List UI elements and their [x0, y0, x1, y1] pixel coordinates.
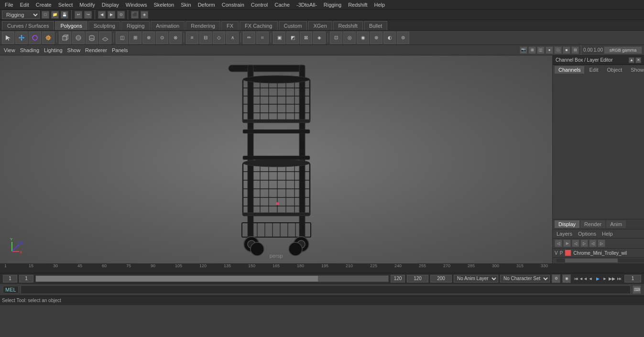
- smooth-icon[interactable]: ●: [546, 46, 553, 54]
- tab-polygons[interactable]: Polygons: [55, 21, 87, 30]
- tab-redshift[interactable]: Redshift: [333, 21, 363, 30]
- play-fwd-btn[interactable]: ▶: [108, 11, 115, 19]
- layer-down-btn[interactable]: ▷: [580, 239, 588, 247]
- snap5-btn[interactable]: ◐: [383, 32, 396, 44]
- layer-options-btn[interactable]: ◁: [589, 239, 597, 247]
- layer-color-swatch[interactable]: [565, 250, 571, 256]
- snap4-btn[interactable]: ⊛: [370, 32, 382, 44]
- layer-remove-btn[interactable]: ⊳: [563, 239, 571, 247]
- menu-constrain[interactable]: Constrain: [219, 1, 247, 9]
- grid-icon[interactable]: ⊞: [528, 46, 536, 54]
- renderer-menu[interactable]: Renderer: [83, 46, 109, 54]
- cylinder-btn[interactable]: [86, 32, 98, 44]
- cube-btn[interactable]: [59, 32, 71, 44]
- play-back-btn[interactable]: ◀: [98, 11, 106, 19]
- tab-fx[interactable]: FX: [221, 21, 239, 30]
- move-tool-btn[interactable]: [15, 32, 28, 44]
- display2-icon[interactable]: ■: [563, 46, 570, 54]
- menu-select[interactable]: Select: [55, 1, 76, 9]
- menu-create[interactable]: Create: [33, 1, 55, 9]
- menu-modify[interactable]: Modify: [76, 1, 98, 9]
- layer-scrollbar[interactable]: [557, 259, 644, 262]
- camera-icon[interactable]: 📷: [520, 46, 527, 54]
- undo-btn[interactable]: ↩: [75, 11, 82, 19]
- offset-btn[interactable]: ⊟: [199, 32, 212, 44]
- menu-help[interactable]: Help: [371, 1, 388, 9]
- anim-btn[interactable]: ⊙: [117, 11, 125, 19]
- go-end-btn[interactable]: ⏭: [616, 275, 622, 282]
- range-end-input[interactable]: [391, 275, 405, 283]
- timeline[interactable]: 1 15 30 45 60 75 90 105 120 135 150 165 …: [0, 263, 644, 273]
- layers-menu-item[interactable]: Layers: [555, 230, 574, 237]
- tab-curves-surfaces[interactable]: Curves / Surfaces: [2, 21, 54, 30]
- booleans-btn[interactable]: ⊕: [142, 32, 155, 44]
- script-editor-btn[interactable]: ⌨: [633, 285, 641, 294]
- help-menu-item[interactable]: Help: [600, 230, 615, 237]
- tab-channels[interactable]: Channels: [555, 66, 584, 74]
- deform4-btn[interactable]: ◈: [313, 32, 326, 44]
- deform3-btn[interactable]: ⊠: [300, 32, 312, 44]
- new-file-btn[interactable]: □: [42, 11, 49, 19]
- sphere-btn[interactable]: [72, 32, 85, 44]
- view-menu[interactable]: View: [2, 46, 17, 54]
- play-btn[interactable]: ▶: [594, 275, 601, 282]
- menu-display[interactable]: Display: [99, 1, 122, 9]
- panels-menu[interactable]: Panels: [110, 46, 130, 54]
- extrude-btn[interactable]: ◫: [116, 32, 128, 44]
- menu-file[interactable]: File: [2, 1, 16, 9]
- menu-skin[interactable]: Skin: [178, 1, 194, 9]
- display3-icon[interactable]: ⊟: [571, 46, 579, 54]
- rotate-tool-btn[interactable]: [29, 32, 41, 44]
- show-menu[interactable]: Show: [65, 46, 83, 54]
- anim-layer-select[interactable]: No Anim Layer: [454, 275, 498, 283]
- plane-btn[interactable]: [99, 32, 111, 44]
- combine-btn[interactable]: ⊗: [169, 32, 182, 44]
- snap1-btn[interactable]: ⊡: [330, 32, 342, 44]
- wireframe-icon[interactable]: ◫: [537, 46, 545, 54]
- current-frame-input[interactable]: 1: [624, 275, 641, 283]
- snap2-btn[interactable]: ◎: [343, 32, 356, 44]
- tab-edit[interactable]: Edit: [585, 66, 602, 74]
- anim-prefs-btn[interactable]: ⚙: [552, 274, 560, 283]
- tab-object[interactable]: Object: [603, 66, 626, 74]
- lighting-menu[interactable]: Lighting: [42, 46, 65, 54]
- range-current-input[interactable]: [19, 275, 33, 283]
- open-btn[interactable]: 📁: [51, 11, 59, 19]
- redo-btn[interactable]: ↪: [84, 11, 92, 19]
- snap3-btn[interactable]: ◉: [357, 32, 369, 44]
- layer-v-toggle[interactable]: V: [555, 250, 558, 256]
- save-btn[interactable]: 💾: [61, 11, 68, 19]
- tab-sculpting[interactable]: Sculpting: [88, 21, 120, 30]
- tab-rigging[interactable]: Rigging: [121, 21, 150, 30]
- bevel-btn[interactable]: ◇: [213, 32, 225, 44]
- display1-icon[interactable]: □: [554, 46, 562, 54]
- dt-anim[interactable]: Anim: [606, 220, 626, 228]
- range-start-input[interactable]: [3, 275, 17, 283]
- sculpt-btn[interactable]: ⌗: [256, 32, 269, 44]
- menu-deform[interactable]: Deform: [195, 1, 218, 9]
- bridge-btn[interactable]: ⊞: [129, 32, 142, 44]
- render-btn[interactable]: ⬛: [131, 11, 139, 19]
- next-frame-btn[interactable]: ►: [601, 275, 608, 282]
- mode-dropdown[interactable]: Rigging Modeling Animation: [2, 11, 40, 19]
- layer-p-toggle[interactable]: P: [560, 250, 563, 256]
- tab-rendering[interactable]: Rendering: [186, 21, 220, 30]
- channel-box-up-btn[interactable]: ▲: [629, 57, 634, 63]
- rs-btn[interactable]: ◈: [141, 11, 148, 19]
- layer-add2-btn[interactable]: ▷: [598, 239, 605, 247]
- step-back-btn[interactable]: ◄◄: [580, 275, 587, 282]
- deform2-btn[interactable]: ◩: [286, 32, 299, 44]
- char-set-select[interactable]: No Character Set: [500, 275, 550, 283]
- menu-skeleton[interactable]: Skeleton: [151, 1, 177, 9]
- layer-up-btn[interactable]: ◁: [572, 239, 579, 247]
- tab-animation[interactable]: Animation: [151, 21, 185, 30]
- select-tool-btn[interactable]: [2, 32, 14, 44]
- range-out-input[interactable]: [407, 275, 428, 283]
- tab-custom[interactable]: Custom: [279, 21, 307, 30]
- command-line-input[interactable]: [21, 285, 631, 294]
- range-max-input[interactable]: [430, 275, 452, 283]
- snap6-btn[interactable]: ⊜: [397, 32, 409, 44]
- menu-rigging[interactable]: Rigging: [321, 1, 344, 9]
- deform1-btn[interactable]: ▣: [273, 32, 285, 44]
- crease-btn[interactable]: ∧: [226, 32, 239, 44]
